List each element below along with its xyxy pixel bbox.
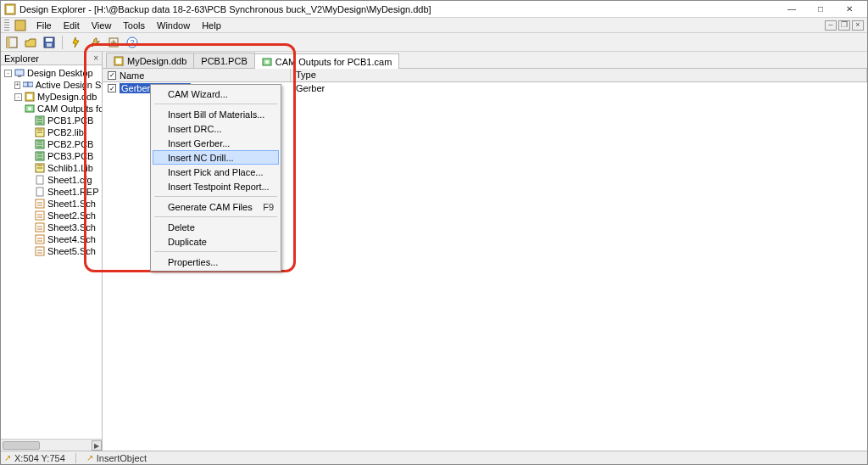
svg-text:?: ? <box>130 38 134 47</box>
maximize-button[interactable]: □ <box>806 2 835 17</box>
context-menu-item[interactable]: Insert Pick and Place... <box>153 165 279 179</box>
desktop-icon <box>14 68 25 78</box>
sch-icon <box>35 222 45 232</box>
menu-file[interactable]: File <box>31 20 57 31</box>
tab-label: MyDesign.ddb <box>127 56 186 66</box>
context-menu-item[interactable]: Insert DRC... <box>153 121 279 136</box>
menu-view[interactable]: View <box>86 20 117 31</box>
menu-tools[interactable]: Tools <box>118 20 150 31</box>
context-menu-item[interactable]: Insert NC Drill... <box>153 150 279 165</box>
tree-item[interactable]: Sheet5.Sch <box>3 245 100 257</box>
tool-wrench[interactable] <box>87 35 103 50</box>
menu-item-label: Delete <box>168 222 195 232</box>
tool-help[interactable]: ? <box>125 35 140 50</box>
scrollbar-thumb[interactable] <box>3 441 40 450</box>
svg-rect-13 <box>23 82 28 87</box>
pcb-icon <box>35 151 45 161</box>
context-menu-item[interactable]: Delete <box>153 220 279 234</box>
tree-item[interactable]: CAM Outputs for PC <box>3 103 100 115</box>
tree-item-label: Sheet5.Sch <box>47 246 96 256</box>
context-menu[interactable]: CAM Wizard...Insert Bill of Materials...… <box>150 84 281 272</box>
tree-item[interactable]: Sheet1.REP <box>3 186 100 198</box>
mdi-restore[interactable]: ❐ <box>838 20 850 31</box>
status-bar: ↗ X:504 Y:754 ↗ InsertObject <box>1 451 867 464</box>
tree-item-label: PCB2.PCB <box>47 139 93 149</box>
menu-item-label: Insert NC Drill... <box>168 153 234 163</box>
tab-label: PCB1.PCB <box>201 56 247 66</box>
header-checkbox[interactable]: ✓ <box>108 71 116 80</box>
tree-item[interactable]: +Active Design Stations <box>3 79 100 91</box>
expand-toggle[interactable]: - <box>14 93 22 101</box>
context-menu-item[interactable]: Insert Testpoint Report... <box>153 179 279 193</box>
tool-zap[interactable] <box>69 35 84 50</box>
context-menu-item[interactable]: Insert Gerber... <box>153 136 279 150</box>
svg-rect-29 <box>36 235 44 244</box>
menu-item-label: Duplicate <box>168 237 207 247</box>
tool-open[interactable] <box>23 35 38 50</box>
menu-edit[interactable]: Edit <box>58 20 85 31</box>
minimize-button[interactable]: — <box>777 2 806 17</box>
tree-item[interactable]: Sheet3.Sch <box>3 221 100 233</box>
tree-item[interactable]: PCB1.PCB <box>3 115 100 126</box>
tree-item[interactable]: Sheet1.cfg <box>3 174 100 186</box>
context-menu-item[interactable]: Generate CAM FilesF9 <box>153 199 279 214</box>
tree-item-label: Schlib1.Lib <box>47 163 93 173</box>
tab[interactable]: MyDesign.ddb <box>106 53 194 68</box>
context-menu-item[interactable]: Duplicate <box>153 234 279 249</box>
tab[interactable]: PCB1.PCB <box>193 53 254 68</box>
arrow-icon: ↗ <box>4 453 11 462</box>
list-view: ✓ Name Type ✓Gerber Output 1Gerber CAM W… <box>103 69 867 451</box>
mdi-close[interactable]: × <box>852 20 864 31</box>
svg-rect-25 <box>36 188 43 196</box>
tool-toggle-panel[interactable] <box>4 35 19 50</box>
expand-toggle[interactable]: + <box>14 81 20 89</box>
tree-item[interactable]: -Design Desktop <box>3 67 100 79</box>
menu-shortcut: F9 <box>263 202 274 212</box>
document-tabs: MyDesign.ddbPCB1.PCBCAM Outputs for PCB1… <box>103 52 867 69</box>
status-coords-pane: ↗ X:504 Y:754 <box>4 453 65 463</box>
context-menu-item[interactable]: Properties... <box>153 255 279 269</box>
tree-item[interactable]: Sheet1.Sch <box>3 198 100 210</box>
col-type[interactable]: Type <box>291 69 867 81</box>
tree-item-label: Design Desktop <box>27 68 93 78</box>
menu-item-label: Insert Gerber... <box>168 138 230 148</box>
cell-type: Gerber <box>291 82 867 94</box>
tree-item[interactable]: PCB3.PCB <box>3 150 100 162</box>
row-checkbox[interactable]: ✓ <box>108 84 116 92</box>
sch-icon <box>35 210 45 221</box>
cam-icon <box>262 57 272 67</box>
scroll-right-icon[interactable]: ▶ <box>92 440 102 451</box>
tree-item[interactable]: Sheet4.Sch <box>3 233 100 245</box>
context-menu-item[interactable]: CAM Wizard... <box>153 87 279 101</box>
menu-separator <box>154 104 277 104</box>
tree-item[interactable]: PCB2.PCB <box>3 138 100 150</box>
close-button[interactable]: ✕ <box>835 2 864 17</box>
menu-window[interactable]: Window <box>152 20 195 31</box>
svg-rect-6 <box>46 38 53 42</box>
svg-point-34 <box>265 60 269 64</box>
file-icon <box>35 187 45 197</box>
tree-item[interactable]: PCB2.lib <box>3 126 100 138</box>
tree-item[interactable]: Sheet2.Sch <box>3 210 100 221</box>
sch-icon <box>35 234 45 244</box>
expand-toggle[interactable]: - <box>4 70 12 77</box>
tree-item-label: Sheet4.Sch <box>47 234 96 244</box>
cam-icon <box>25 104 35 114</box>
context-menu-item[interactable]: Insert Bill of Materials... <box>153 107 279 121</box>
tree-item-label: PCB2.lib <box>47 127 84 137</box>
tree-item-label: MyDesign.ddb <box>37 92 97 102</box>
menu-help[interactable]: Help <box>197 20 226 31</box>
explorer-tree[interactable]: -Design Desktop+Active Design Stations-M… <box>1 65 102 439</box>
tool-save[interactable] <box>42 35 57 50</box>
status-mode-pane: ↗ InsertObject <box>86 453 147 463</box>
explorer-scrollbar[interactable]: ▶ <box>1 439 102 451</box>
tree-item[interactable]: -MyDesign.ddb <box>3 91 100 103</box>
tab-label: CAM Outputs for PCB1.cam <box>275 57 392 67</box>
explorer-close-icon[interactable]: × <box>93 53 98 63</box>
col-name[interactable]: ✓ Name <box>103 69 291 81</box>
tab[interactable]: CAM Outputs for PCB1.cam <box>254 53 400 69</box>
tree-item-label: Sheet1.Sch <box>47 199 96 209</box>
tree-item[interactable]: Schlib1.Lib <box>3 162 100 174</box>
tool-customize[interactable] <box>106 35 121 50</box>
mdi-minimize[interactable]: – <box>825 20 837 31</box>
